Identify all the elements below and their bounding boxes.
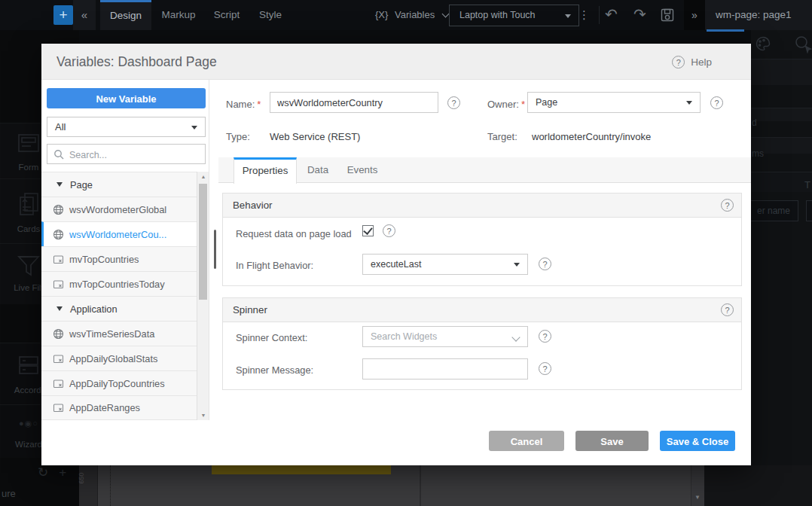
inflight-behavior-select[interactable]: executeLast bbox=[362, 254, 528, 275]
right-panel-text-fragment: T bbox=[804, 179, 810, 191]
variable-item-label: AppDailyTopCountries bbox=[69, 378, 165, 389]
collapse-caret-icon bbox=[56, 306, 63, 311]
redo-icon[interactable]: ↷ bbox=[633, 0, 646, 30]
type-label: Type: bbox=[226, 131, 250, 142]
required-marker: * bbox=[257, 99, 261, 110]
tab-events[interactable]: Events bbox=[343, 157, 382, 183]
spinner-section-header: Spinner ? bbox=[223, 298, 741, 322]
scroll-down-icon[interactable]: ▼ bbox=[197, 413, 209, 418]
variables-menu-label: Variables bbox=[395, 9, 435, 20]
right-panel-input-fragment[interactable] bbox=[806, 200, 812, 221]
request-data-checkbox[interactable] bbox=[362, 225, 374, 236]
group-label: Page bbox=[70, 179, 93, 191]
spinner-message-help-icon[interactable]: ? bbox=[539, 362, 551, 375]
tab-style[interactable]: Style bbox=[251, 0, 290, 30]
device-selector[interactable]: Laptop with Touch bbox=[449, 5, 579, 26]
group-header-application[interactable]: Application bbox=[41, 296, 209, 321]
right-properties-panel bbox=[751, 30, 812, 465]
selected-widget-highlight[interactable] bbox=[212, 465, 391, 474]
behavior-section-title: Behavior bbox=[233, 194, 272, 217]
ide-screen: + « Design Markup Script Style {X} Varia… bbox=[0, 0, 812, 506]
inspect-element-icon[interactable] bbox=[793, 34, 812, 56]
variable-item-label: wsvWordometerGlobal bbox=[69, 204, 166, 215]
undo-icon[interactable]: ↶ bbox=[605, 0, 618, 30]
tab-properties[interactable]: Properties bbox=[234, 157, 297, 184]
group-header-page[interactable]: Page bbox=[41, 172, 209, 197]
owner-select-value: Page bbox=[528, 93, 700, 112]
target-label: Target: bbox=[487, 131, 517, 142]
spinner-message-input[interactable] bbox=[362, 358, 528, 380]
theme-palette-icon[interactable] bbox=[755, 35, 771, 55]
scroll-up-icon[interactable]: ▲ bbox=[197, 174, 209, 179]
variable-item-4[interactable]: wsvTimeSeriesData bbox=[41, 321, 209, 346]
variable-item-label: mvTopCountriesToday bbox=[69, 279, 165, 290]
variables-dialog: Variables: Dashboard Page ? Help New Var… bbox=[41, 44, 751, 465]
canvas-panel-divider bbox=[420, 465, 421, 506]
refresh-icon[interactable]: ↻ bbox=[38, 465, 59, 480]
more-options-icon[interactable]: ⋮ bbox=[578, 0, 590, 30]
target-value: worldometerCountry/invoke bbox=[532, 131, 651, 142]
web-service-icon bbox=[53, 328, 64, 340]
owner-help-icon[interactable]: ? bbox=[710, 96, 723, 109]
cancel-button[interactable]: Cancel bbox=[489, 431, 564, 451]
right-panel-row bbox=[751, 59, 812, 85]
page-tab[interactable]: wm-page: page1 bbox=[705, 0, 812, 30]
spinner-context-select[interactable]: Search Widgets bbox=[362, 326, 528, 347]
save-button[interactable]: Save bbox=[575, 431, 649, 451]
tab-design[interactable]: Design bbox=[100, 0, 151, 30]
save-project-icon[interactable] bbox=[660, 8, 675, 26]
scroll-down-icon[interactable]: ▼ bbox=[694, 494, 701, 501]
model-variable-icon bbox=[53, 378, 64, 389]
spinner-help-icon[interactable]: ? bbox=[721, 303, 734, 316]
search-input[interactable] bbox=[68, 146, 203, 163]
design-canvas[interactable] bbox=[79, 465, 704, 506]
caret-down-icon bbox=[191, 126, 197, 130]
spinner-context-help-icon[interactable]: ? bbox=[539, 330, 551, 343]
behavior-help-icon[interactable]: ? bbox=[721, 199, 734, 212]
help-link[interactable]: ? Help bbox=[672, 44, 712, 80]
help-question-icon: ? bbox=[672, 56, 685, 69]
variable-search-box bbox=[47, 144, 206, 164]
name-input[interactable] bbox=[270, 92, 438, 113]
sidebar-divider bbox=[209, 80, 209, 420]
canvas-ruler bbox=[79, 465, 98, 506]
palette-bottom-label-fragment: ure bbox=[2, 488, 16, 499]
name-help-icon[interactable]: ? bbox=[447, 96, 460, 109]
right-panel-text-fragment: ms bbox=[752, 148, 764, 159]
add-widget-button[interactable]: + bbox=[53, 5, 73, 25]
tab-script[interactable]: Script bbox=[206, 0, 248, 30]
new-variable-button[interactable]: New Variable bbox=[47, 88, 206, 108]
variable-item-2[interactable]: mvTopCountries bbox=[41, 246, 209, 271]
variable-list-scrollbar[interactable]: ▲ ▼ bbox=[197, 172, 209, 420]
device-selector-value: Laptop with Touch bbox=[459, 10, 536, 20]
top-toolbar: + « Design Markup Script Style {X} Varia… bbox=[0, 0, 812, 30]
inflight-help-icon[interactable]: ? bbox=[539, 258, 551, 270]
dialog-content-scrollbar[interactable] bbox=[214, 230, 216, 269]
variable-item-6[interactable]: AppDailyTopCountries bbox=[41, 370, 209, 395]
scrollbar-thumb[interactable] bbox=[199, 184, 207, 300]
variable-filter-select[interactable]: All bbox=[47, 117, 206, 137]
variable-item-5[interactable]: AppDailyGlobalStats bbox=[41, 346, 209, 370]
canvas-guide-line bbox=[110, 465, 111, 506]
request-data-help-icon[interactable]: ? bbox=[383, 224, 395, 237]
tab-markup[interactable]: Markup bbox=[154, 0, 203, 30]
tab-data[interactable]: Data bbox=[303, 157, 333, 183]
add-icon[interactable]: + bbox=[59, 465, 77, 480]
page-tab-active-indicator bbox=[707, 29, 744, 32]
chevron-down-icon bbox=[441, 11, 449, 18]
inflight-behavior-value: executeLast bbox=[363, 255, 527, 274]
save-and-close-button[interactable]: Save & Close bbox=[660, 431, 735, 451]
expand-panel-icon[interactable]: » bbox=[684, 0, 705, 30]
collapse-panel-icon[interactable]: « bbox=[73, 0, 96, 30]
variable-item-3[interactable]: mvTopCountriesToday bbox=[41, 271, 209, 296]
required-marker: * bbox=[521, 99, 525, 110]
variable-item-0[interactable]: wsvWordometerGlobal bbox=[41, 197, 209, 221]
variable-item-1-selected[interactable]: wsvWorldometerCou... bbox=[41, 221, 209, 246]
spinner-context-placeholder: Search Widgets bbox=[363, 327, 527, 346]
name-label: Name:* bbox=[226, 99, 261, 110]
variable-item-7[interactable]: AppDateRanges bbox=[41, 395, 209, 420]
model-variable-icon bbox=[53, 402, 64, 413]
owner-select[interactable]: Page bbox=[527, 92, 701, 113]
variables-menu-button[interactable]: {X} Variables bbox=[375, 0, 448, 30]
variable-item-label: AppDateRanges bbox=[69, 402, 140, 413]
